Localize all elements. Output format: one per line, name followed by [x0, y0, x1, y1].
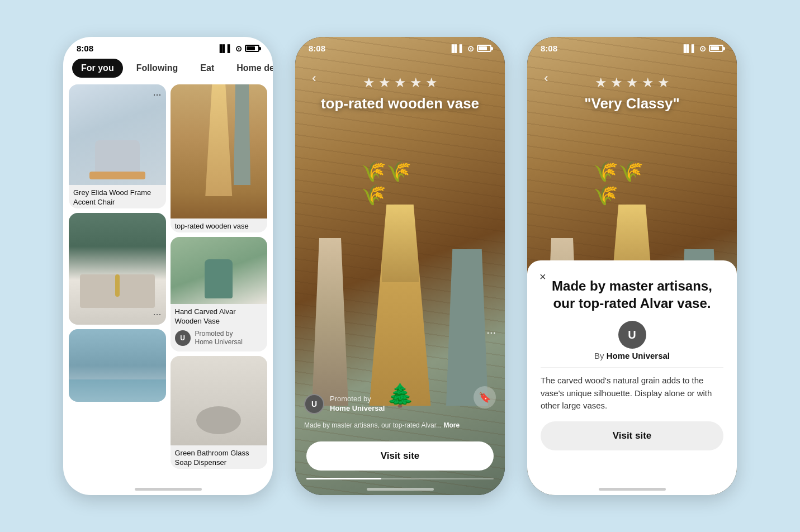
- stars-row-2: ★ ★ ★ ★ ★: [363, 75, 438, 91]
- wheat-decoration: [367, 160, 434, 227]
- battery-icon-2: [477, 45, 491, 52]
- back-button-3[interactable]: ‹: [536, 68, 556, 88]
- card-bath[interactable]: [69, 329, 166, 402]
- card-vase[interactable]: ▣ 3 top-rated wooden vase: [171, 84, 268, 232]
- popup-headline: Made by master artisans, our top-rated A…: [541, 277, 723, 312]
- battery-icon: [245, 45, 259, 52]
- detail-title-3: "Very Classy": [527, 95, 737, 112]
- feed-col-1: ▣ 3 top-rated wooden vase ··· Hand Carve…: [171, 84, 268, 476]
- more-link-2[interactable]: More: [443, 421, 460, 429]
- feed-col-0: ··· Grey Elida Wood Frame Accent Chair ·…: [69, 84, 166, 476]
- card-vase-title: top-rated wooden vase: [171, 218, 268, 232]
- popup-close-btn[interactable]: ×: [539, 270, 546, 283]
- home-indicator-3: [599, 488, 666, 491]
- card-chair[interactable]: ··· Grey Elida Wood Frame Accent Chair: [69, 84, 166, 208]
- detail-screen: 🌲 8:08 ▐▌▌ ⊙ ‹ ★ ★ ★ ★ ★ top-rated woode…: [295, 37, 505, 495]
- status-icons-2: ▐▌▌ ⊙: [449, 44, 491, 53]
- progress-bar-2: [306, 478, 494, 479]
- nav-following[interactable]: Following: [127, 59, 187, 78]
- card-vase-image: [171, 84, 268, 218]
- popup-visit-btn[interactable]: Visit site: [541, 421, 723, 450]
- popup-screen: 8:08 ▐▌▌ ⊙ ‹ ★ ★ ★ ★ ★ "Very Classy" × M…: [527, 37, 737, 495]
- star-3-2: ★: [610, 75, 623, 91]
- promo-label-2: Promoted by: [330, 395, 385, 404]
- popup-avatar-letter: U: [628, 329, 636, 341]
- phone-detail: 🌲 8:08 ▐▌▌ ⊙ ‹ ★ ★ ★ ★ ★ top-rated woode…: [295, 37, 505, 495]
- description-text-2: Made by master artisans, our top-rated A…: [304, 421, 496, 429]
- card-chair-more[interactable]: ···: [153, 89, 161, 101]
- card-chair-image: [69, 84, 166, 185]
- star-3-3: ★: [626, 75, 638, 91]
- star-3-4: ★: [642, 75, 654, 91]
- popup-sheet: × Made by master artisans, our top-rated…: [527, 260, 737, 495]
- popup-by-text: By Home Universal: [594, 351, 670, 360]
- wifi-icon-3: ⊙: [699, 44, 706, 53]
- nav-home-decor[interactable]: Home decor: [228, 59, 273, 78]
- feed-nav: For you Following Eat Home decor: [63, 56, 273, 84]
- back-button-2[interactable]: ‹: [304, 68, 324, 88]
- wheat-decoration-3: [599, 160, 666, 227]
- card-bath-image: [69, 329, 166, 402]
- promoted-footer-2: U Promoted by Home Universal: [304, 394, 471, 414]
- home-indicator-1: [135, 488, 202, 491]
- vase-right: [446, 249, 488, 406]
- popup-brand-name: Home Universal: [607, 351, 670, 360]
- card-alvar-promo-text: Promoted by Home Universal: [195, 330, 243, 347]
- promo-avatar-2: U: [304, 394, 324, 414]
- phone-popup: 8:08 ▐▌▌ ⊙ ‹ ★ ★ ★ ★ ★ "Very Classy" × M…: [527, 37, 737, 495]
- card-sink[interactable]: ···: [69, 213, 166, 325]
- popup-description: The carved wood's natural grain adds to …: [541, 367, 723, 412]
- card-soap-title: Green Bathroom Glass Soap Dispenser: [171, 445, 268, 469]
- time-3: 8:08: [541, 44, 557, 53]
- card-alvar-promo-avatar: U: [175, 330, 191, 346]
- status-icons-1: ▐▌▌ ⊙: [217, 44, 259, 53]
- promo-brand-2: Home Universal: [330, 404, 385, 414]
- signal-icon-2: ▐▌▌: [449, 44, 465, 53]
- star-3-1: ★: [595, 75, 607, 91]
- card-sink-more[interactable]: ···: [153, 308, 161, 320]
- promo-avatar-letter: U: [311, 400, 317, 408]
- promo-text-2: Promoted by Home Universal: [330, 395, 385, 414]
- card-alvar-promoted-brand: Home Universal: [195, 338, 243, 347]
- card-alvar-promoted-label: Promoted by: [195, 330, 243, 339]
- card-soap-image: [171, 356, 268, 445]
- feed-grid: ··· Grey Elida Wood Frame Accent Chair ·…: [63, 84, 273, 476]
- progress-fill-2: [306, 478, 381, 479]
- nav-for-you[interactable]: For you: [72, 59, 123, 78]
- status-bar-3: 8:08 ▐▌▌ ⊙: [527, 37, 737, 56]
- popup-by-row: U By Home Universal: [541, 321, 723, 360]
- signal-icon-3: ▐▌▌: [681, 44, 697, 53]
- signal-icon: ▐▌▌: [217, 44, 233, 53]
- battery-icon-3: [709, 45, 723, 52]
- card-alvar-promo: U Promoted by Home Universal: [171, 327, 268, 352]
- star-3-5: ★: [657, 75, 670, 91]
- time-1: 8:08: [77, 44, 93, 53]
- star-4: ★: [410, 75, 422, 91]
- card-alvar-title: Hand Carved Alvar Wooden Vase: [171, 304, 268, 327]
- status-icons-3: ▐▌▌ ⊙: [681, 44, 723, 53]
- time-2: 8:08: [309, 44, 325, 53]
- star-2: ★: [378, 75, 391, 91]
- popup-by-label: By: [594, 351, 604, 360]
- phone-feed: 8:08 ▐▌▌ ⊙ For you Following Eat Home de…: [63, 37, 273, 495]
- description-body: Made by master artisans, our top-rated A…: [304, 421, 442, 429]
- wifi-icon-2: ⊙: [467, 44, 474, 53]
- card-soap[interactable]: ··· Green Bathroom Glass Soap Dispenser: [171, 356, 268, 469]
- bookmark-button-2[interactable]: 🔖: [474, 386, 496, 408]
- star-1: ★: [363, 75, 375, 91]
- card-alvar-image: [171, 237, 268, 304]
- wifi-icon: ⊙: [235, 44, 242, 53]
- popup-brand-avatar: U: [618, 321, 646, 349]
- card-alvar[interactable]: ··· Hand Carved Alvar Wooden Vase U Prom…: [171, 237, 268, 352]
- card-chair-title: Grey Elida Wood Frame Accent Chair: [69, 185, 166, 208]
- home-indicator-2: [367, 488, 434, 491]
- star-5: ★: [425, 75, 438, 91]
- more-dots-2[interactable]: ···: [486, 326, 496, 339]
- star-3: ★: [394, 75, 406, 91]
- card-sink-image: [69, 213, 166, 325]
- status-bar-2: 8:08 ▐▌▌ ⊙: [295, 37, 505, 56]
- nav-eat[interactable]: Eat: [191, 59, 223, 78]
- stars-row-3: ★ ★ ★ ★ ★: [595, 75, 670, 91]
- visit-site-btn-2[interactable]: Visit site: [306, 441, 494, 471]
- detail-title-2: top-rated wooden vase: [295, 95, 505, 112]
